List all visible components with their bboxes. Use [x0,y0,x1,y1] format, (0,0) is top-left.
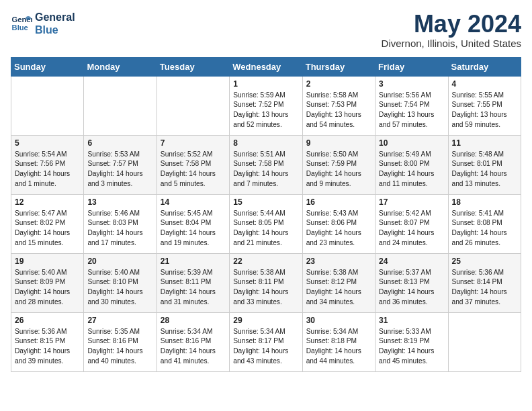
day-number: 24 [379,257,444,266]
calendar-cell: 25Sunrise: 5:36 AMSunset: 8:14 PMDayligh… [448,253,521,312]
calendar-cell: 7Sunrise: 5:52 AMSunset: 7:58 PMDaylight… [157,135,229,194]
calendar-cell: 13Sunrise: 5:46 AMSunset: 8:03 PMDayligh… [84,194,157,253]
day-number: 20 [87,257,152,266]
day-number: 17 [379,197,444,207]
calendar-cell: 18Sunrise: 5:41 AMSunset: 8:08 PMDayligh… [448,194,521,253]
logo: General Blue General Blue [11,11,75,36]
calendar-cell: 12Sunrise: 5:47 AMSunset: 8:02 PMDayligh… [11,194,84,253]
day-number: 25 [452,257,517,266]
calendar-subtitle: Divernon, Illinois, United States [382,38,521,49]
cell-content: Sunrise: 5:38 AMSunset: 8:12 PMDaylight:… [306,268,371,308]
day-number: 14 [161,197,226,207]
cell-content: Sunrise: 5:40 AMSunset: 8:09 PMDaylight:… [15,268,80,308]
page-header: General Blue General Blue May 2024 Diver… [11,11,521,49]
calendar-cell: 5Sunrise: 5:54 AMSunset: 7:56 PMDaylight… [11,135,84,194]
calendar-cell: 27Sunrise: 5:35 AMSunset: 8:16 PMDayligh… [84,312,157,371]
calendar-title: May 2024 [382,11,521,38]
weekday-header-saturday: Saturday [448,57,521,76]
cell-content: Sunrise: 5:34 AMSunset: 8:16 PMDaylight:… [161,327,226,367]
cell-content: Sunrise: 5:47 AMSunset: 8:02 PMDaylight:… [15,209,80,248]
cell-content: Sunrise: 5:52 AMSunset: 7:58 PMDaylight:… [161,150,226,189]
day-number: 19 [15,257,80,266]
cell-content: Sunrise: 5:58 AMSunset: 7:53 PMDaylight:… [306,91,371,130]
calendar-cell: 16Sunrise: 5:43 AMSunset: 8:06 PMDayligh… [302,194,375,253]
cell-content: Sunrise: 5:50 AMSunset: 7:59 PMDaylight:… [306,150,371,189]
day-number: 28 [161,316,226,325]
weekday-header-tuesday: Tuesday [157,57,229,76]
calendar-cell: 22Sunrise: 5:38 AMSunset: 8:11 PMDayligh… [230,253,302,312]
weekday-header-friday: Friday [375,57,448,76]
weekday-header-sunday: Sunday [11,57,84,76]
calendar-table: SundayMondayTuesdayWednesdayThursdayFrid… [11,57,521,372]
calendar-cell: 3Sunrise: 5:56 AMSunset: 7:54 PMDaylight… [375,76,448,135]
weekday-header-monday: Monday [84,57,157,76]
calendar-cell: 20Sunrise: 5:40 AMSunset: 8:10 PMDayligh… [84,253,157,312]
week-row-2: 5Sunrise: 5:54 AMSunset: 7:56 PMDaylight… [11,135,521,194]
day-number: 26 [15,316,80,325]
calendar-cell: 21Sunrise: 5:39 AMSunset: 8:11 PMDayligh… [157,253,229,312]
calendar-cell: 26Sunrise: 5:36 AMSunset: 8:15 PMDayligh… [11,312,84,371]
calendar-cell: 19Sunrise: 5:40 AMSunset: 8:09 PMDayligh… [11,253,84,312]
day-number: 30 [306,316,371,325]
calendar-cell: 23Sunrise: 5:38 AMSunset: 8:12 PMDayligh… [302,253,375,312]
day-number: 18 [452,197,517,207]
svg-text:Blue: Blue [12,24,28,32]
day-number: 15 [233,197,298,207]
calendar-cell: 14Sunrise: 5:45 AMSunset: 8:04 PMDayligh… [157,194,229,253]
cell-content: Sunrise: 5:42 AMSunset: 8:07 PMDaylight:… [379,209,444,248]
cell-content: Sunrise: 5:38 AMSunset: 8:11 PMDaylight:… [233,268,298,308]
cell-content: Sunrise: 5:51 AMSunset: 7:58 PMDaylight:… [233,150,298,189]
cell-content: Sunrise: 5:37 AMSunset: 8:13 PMDaylight:… [379,268,444,308]
cell-content: Sunrise: 5:45 AMSunset: 8:04 PMDaylight:… [161,209,226,248]
day-number: 12 [15,197,80,207]
cell-content: Sunrise: 5:49 AMSunset: 8:00 PMDaylight:… [379,150,444,189]
calendar-cell [11,76,84,135]
weekday-header-thursday: Thursday [302,57,375,76]
cell-content: Sunrise: 5:39 AMSunset: 8:11 PMDaylight:… [161,268,226,308]
week-row-4: 19Sunrise: 5:40 AMSunset: 8:09 PMDayligh… [11,253,521,312]
calendar-cell: 29Sunrise: 5:34 AMSunset: 8:17 PMDayligh… [230,312,302,371]
logo-line1: General [35,11,75,24]
cell-content: Sunrise: 5:35 AMSunset: 8:16 PMDaylight:… [87,327,152,367]
day-number: 5 [15,138,80,148]
logo-line2: Blue [35,24,75,36]
day-number: 8 [233,138,298,148]
calendar-cell [84,76,157,135]
day-number: 22 [233,257,298,266]
cell-content: Sunrise: 5:33 AMSunset: 8:19 PMDaylight:… [379,327,444,367]
day-number: 6 [87,138,152,148]
calendar-cell: 28Sunrise: 5:34 AMSunset: 8:16 PMDayligh… [157,312,229,371]
cell-content: Sunrise: 5:34 AMSunset: 8:17 PMDaylight:… [233,327,298,367]
weekday-header-row: SundayMondayTuesdayWednesdayThursdayFrid… [11,57,521,76]
calendar-cell: 1Sunrise: 5:59 AMSunset: 7:52 PMDaylight… [230,76,302,135]
cell-content: Sunrise: 5:48 AMSunset: 8:01 PMDaylight:… [452,150,517,189]
cell-content: Sunrise: 5:36 AMSunset: 8:15 PMDaylight:… [15,327,80,367]
cell-content: Sunrise: 5:56 AMSunset: 7:54 PMDaylight:… [379,91,444,130]
cell-content: Sunrise: 5:46 AMSunset: 8:03 PMDaylight:… [87,209,152,248]
day-number: 23 [306,257,371,266]
calendar-cell: 31Sunrise: 5:33 AMSunset: 8:19 PMDayligh… [375,312,448,371]
calendar-cell: 4Sunrise: 5:55 AMSunset: 7:55 PMDaylight… [448,76,521,135]
cell-content: Sunrise: 5:55 AMSunset: 7:55 PMDaylight:… [452,91,517,130]
calendar-cell: 10Sunrise: 5:49 AMSunset: 8:00 PMDayligh… [375,135,448,194]
week-row-3: 12Sunrise: 5:47 AMSunset: 8:02 PMDayligh… [11,194,521,253]
cell-content: Sunrise: 5:44 AMSunset: 8:05 PMDaylight:… [233,209,298,248]
day-number: 29 [233,316,298,325]
title-block: May 2024 Divernon, Illinois, United Stat… [382,11,521,49]
cell-content: Sunrise: 5:43 AMSunset: 8:06 PMDaylight:… [306,209,371,248]
weekday-header-wednesday: Wednesday [230,57,302,76]
day-number: 16 [306,197,371,207]
week-row-5: 26Sunrise: 5:36 AMSunset: 8:15 PMDayligh… [11,312,521,371]
cell-content: Sunrise: 5:36 AMSunset: 8:14 PMDaylight:… [452,268,517,308]
cell-content: Sunrise: 5:54 AMSunset: 7:56 PMDaylight:… [15,150,80,189]
calendar-cell: 24Sunrise: 5:37 AMSunset: 8:13 PMDayligh… [375,253,448,312]
day-number: 3 [379,79,444,89]
cell-content: Sunrise: 5:41 AMSunset: 8:08 PMDaylight:… [452,209,517,248]
day-number: 27 [87,316,152,325]
day-number: 7 [161,138,226,148]
logo-icon: General Blue [11,13,32,34]
cell-content: Sunrise: 5:40 AMSunset: 8:10 PMDaylight:… [87,268,152,308]
calendar-cell: 15Sunrise: 5:44 AMSunset: 8:05 PMDayligh… [230,194,302,253]
day-number: 2 [306,79,371,89]
week-row-1: 1Sunrise: 5:59 AMSunset: 7:52 PMDaylight… [11,76,521,135]
